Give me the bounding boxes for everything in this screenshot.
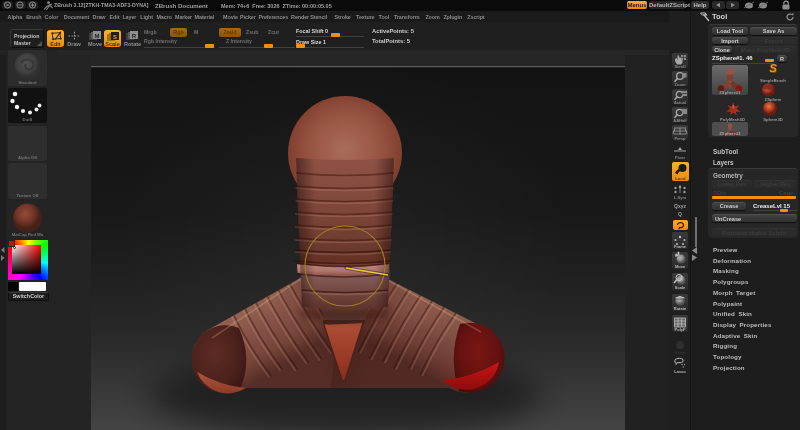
svg-text:Move: Move — [675, 264, 686, 269]
svg-text:Scale: Scale — [675, 285, 686, 290]
svg-text:PolyF: PolyF — [675, 327, 686, 332]
svg-text:Floor: Floor — [675, 155, 685, 160]
svg-text:R: R — [132, 33, 137, 39]
svg-text:Snap: Snap — [675, 350, 685, 355]
svg-text:Scroll: Scroll — [674, 64, 685, 69]
svg-text:Qxyz: Qxyz — [674, 203, 686, 209]
svg-text:Rotate: Rotate — [674, 306, 687, 311]
svg-text:Frame: Frame — [674, 244, 687, 249]
svg-text:L.Sym: L.Sym — [674, 195, 686, 200]
svg-text:Lasso: Lasso — [674, 369, 686, 374]
svg-text:Actual: Actual — [674, 100, 686, 105]
svg-text:S: S — [113, 34, 117, 40]
svg-text:AAHalf: AAHalf — [673, 118, 687, 123]
svg-text:Local: Local — [675, 176, 685, 181]
svg-text:Persp: Persp — [674, 136, 686, 141]
svg-text:Zoom: Zoom — [675, 82, 686, 87]
svg-text:Q: Q — [678, 211, 682, 217]
svg-text:M: M — [95, 33, 100, 39]
